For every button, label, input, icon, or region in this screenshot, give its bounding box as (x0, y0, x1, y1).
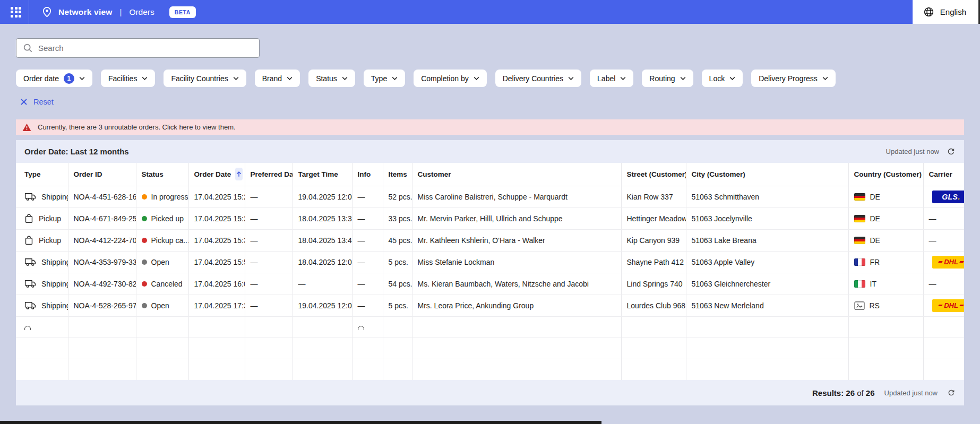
column-header-items[interactable]: Items (383, 163, 412, 186)
sort-ascending-button[interactable] (235, 168, 243, 180)
empty-cell (412, 338, 621, 359)
cell-type: Shipping (16, 273, 68, 295)
reset-filters-button[interactable]: Reset (20, 98, 54, 106)
column-header-country-customer[interactable]: Country (Customer) (848, 163, 923, 186)
refresh-button-footer[interactable] (947, 388, 956, 397)
cell-type: Shipping (16, 186, 68, 207)
reset-label: Reset (33, 98, 54, 106)
search-input[interactable] (38, 39, 259, 57)
empty-cell (686, 316, 848, 338)
filter-chip-lock[interactable]: Lock (702, 70, 743, 87)
table-row[interactable]: ShippingNOA-4-451-628-1634In progress17.… (16, 186, 964, 207)
filter-chip-facility-countries[interactable]: Facility Countries (164, 70, 246, 87)
table-row[interactable]: ShippingNOA-4-528-265-9717Open17.04.2025… (16, 295, 964, 316)
filter-chip-label[interactable]: Label (590, 70, 633, 87)
column-header-order-id[interactable]: Order ID (68, 163, 136, 186)
filter-chip-label: Completion by (421, 74, 469, 83)
empty-cell (188, 338, 245, 359)
language-selector[interactable]: English (913, 0, 980, 24)
column-header-type[interactable]: Type (16, 163, 68, 186)
nav-separator: | (119, 7, 122, 16)
filter-chip-label: Type (371, 74, 387, 83)
cell-items: 54 pcs. (383, 273, 412, 295)
column-header-preferred-date[interactable]: Preferred Date (245, 163, 293, 186)
topbar-divider (29, 0, 29, 24)
cell-info: — (352, 273, 383, 295)
app-grid-button[interactable] (8, 5, 23, 20)
cell-order-id: NOA-4-492-730-8294 (68, 273, 136, 295)
filter-chip-type[interactable]: Type (364, 70, 405, 87)
column-label: Customer (418, 170, 451, 178)
empty-cell (136, 338, 188, 359)
filter-chip-routing[interactable]: Routing (642, 70, 693, 87)
table-row[interactable]: ShippingNOA-4-353-979-3323Open17.04.2025… (16, 251, 964, 273)
cell-preferred-date: — (245, 186, 293, 207)
cell-preferred-date: — (245, 295, 293, 316)
flag-de-icon (854, 237, 865, 244)
status-dot (142, 216, 147, 221)
table-row[interactable]: ShippingNOA-4-492-730-8294Canceled17.04.… (16, 273, 964, 295)
updated-status: Updated just now (886, 148, 939, 155)
cell-order-id: NOA-4-528-265-9717 (68, 295, 136, 316)
empty-cell (136, 359, 188, 380)
cell-street: Kip Canyon 939 (621, 229, 686, 251)
country-code: DE (870, 236, 880, 245)
type-label: Shipping (41, 193, 68, 201)
column-header-order-date[interactable]: Order Date (188, 163, 245, 186)
refresh-button[interactable] (947, 147, 956, 156)
chevron-down-icon (680, 76, 686, 81)
column-label: Carrier (929, 170, 952, 178)
status-label: Picked up (151, 214, 184, 223)
empty-cell (923, 359, 964, 380)
table-row[interactable]: PickupNOA-4-671-849-2539Picked up17.04.2… (16, 207, 964, 229)
cell-target-time: — (293, 273, 352, 295)
country-code: FR (870, 258, 880, 266)
filter-chip-label: Facilities (108, 74, 137, 83)
cell-info: — (352, 251, 383, 273)
column-header-street-customer[interactable]: Street (Customer) (621, 163, 686, 186)
warning-icon (22, 123, 31, 132)
cell-target-time: 19.04.2025 12:00 (293, 186, 352, 207)
results-count: Results: 26 of 26 (812, 388, 875, 397)
orders-table: TypeOrder IDStatusOrder DatePreferred Da… (16, 163, 964, 380)
section-title: Orders (129, 7, 154, 17)
clipped-row-glyph (358, 326, 366, 330)
cell-target-time: 18.04.2025 13:48 (293, 229, 352, 251)
cell-city: 51063 New Merleland (686, 295, 848, 316)
column-header-city-customer[interactable]: City (Customer) (686, 163, 848, 186)
filter-chip-delivery-countries[interactable]: Delivery Countries (495, 70, 581, 87)
filter-chip-facilities[interactable]: Facilities (101, 70, 155, 87)
cell-customer: Mr. Mervin Parker, Hilll, Ullrich and Sc… (412, 207, 621, 229)
bag-icon (24, 235, 33, 246)
column-header-status[interactable]: Status (136, 163, 188, 186)
cell-target-time: 18.04.2025 13:37 (293, 207, 352, 229)
filter-chip-status[interactable]: Status (308, 70, 355, 87)
cell-preferred-date: — (245, 229, 293, 251)
filter-chip-completion-by[interactable]: Completion by (414, 70, 487, 87)
empty-cell (383, 316, 412, 338)
filter-chip-brand[interactable]: Brand (255, 70, 300, 87)
column-label: Info (358, 170, 371, 178)
cell-preferred-date: — (245, 273, 293, 295)
filter-chip-order-date[interactable]: Order date1 (16, 70, 92, 87)
panel-title: Order Date: Last 12 months (24, 147, 129, 156)
column-header-info[interactable]: Info (352, 163, 383, 186)
cell-status: Pickup ca... (136, 229, 188, 251)
column-header-carrier[interactable]: Carrier (923, 163, 964, 186)
empty-cell (686, 338, 848, 359)
empty-cell (16, 359, 68, 380)
table-row[interactable]: PickupNOA-4-412-224-7035Pickup ca...17.0… (16, 229, 964, 251)
empty-cell (383, 338, 412, 359)
cell-status: Canceled (136, 273, 188, 295)
status-dot (142, 259, 147, 265)
app-grid-icon (11, 7, 21, 18)
clipped-row-glyph (24, 326, 32, 330)
column-header-customer[interactable]: Customer (412, 163, 621, 186)
filter-chip-delivery-progress[interactable]: Delivery Progress (751, 70, 835, 87)
cell-target-time: 18.04.2025 12:00 (293, 251, 352, 273)
column-header-target-time[interactable]: Target Time (293, 163, 352, 186)
location-pin-logo-icon (41, 6, 53, 18)
unroutable-orders-alert[interactable]: Currently, there are 3 unroutable orders… (16, 119, 964, 135)
cell-street: Lind Springs 740 (621, 273, 686, 295)
truck-icon (24, 192, 36, 201)
